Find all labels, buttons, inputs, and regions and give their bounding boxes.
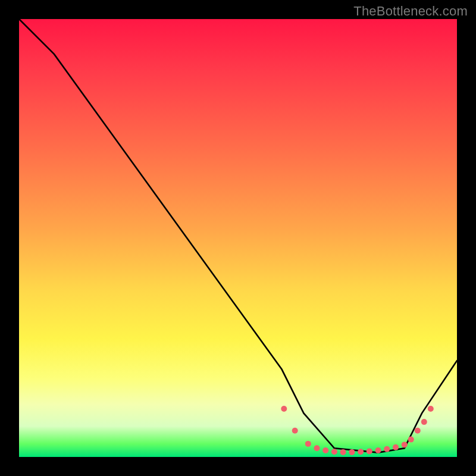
marker-dot: [415, 428, 421, 434]
marker-dot: [408, 437, 414, 443]
marker-dot: [358, 449, 364, 455]
marker-dot: [281, 406, 287, 412]
line-curve: [19, 19, 457, 453]
marker-dot: [421, 419, 427, 425]
marker-dot: [384, 446, 390, 452]
marker-dot: [340, 449, 346, 455]
watermark-text: TheBottleneck.com: [353, 4, 468, 19]
marker-dot: [428, 406, 434, 412]
marker-dot: [393, 444, 399, 450]
marker-dot: [322, 447, 328, 453]
marker-dot: [314, 445, 320, 451]
plot-area: [19, 19, 457, 457]
chart-frame: TheBottleneck.com: [0, 0, 476, 476]
marker-dot: [402, 441, 408, 447]
marker-dot: [305, 441, 311, 447]
marker-dot: [367, 448, 372, 454]
chart-svg: [19, 19, 457, 457]
marker-dot: [349, 449, 355, 455]
marker-dot: [331, 449, 337, 455]
marker-dot: [292, 428, 298, 434]
marker-dot: [375, 447, 381, 453]
